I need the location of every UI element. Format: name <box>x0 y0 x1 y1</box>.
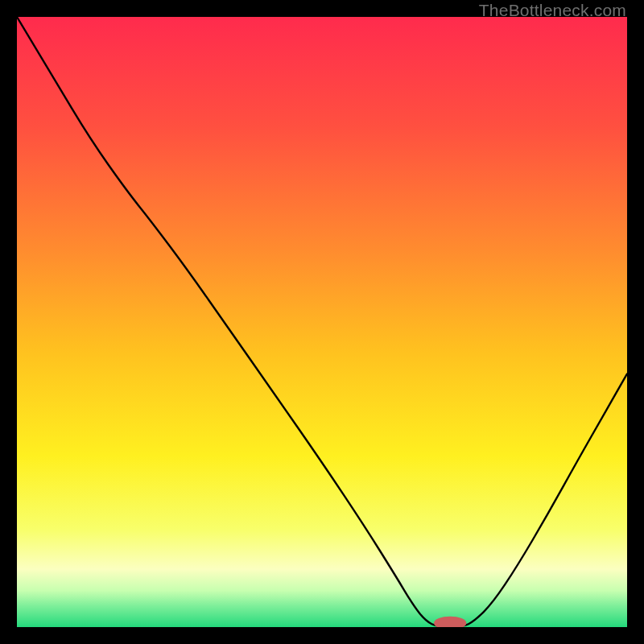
chart-frame: TheBottleneck.com <box>0 0 644 644</box>
chart-plot-area <box>17 17 627 627</box>
chart-svg <box>17 17 627 627</box>
